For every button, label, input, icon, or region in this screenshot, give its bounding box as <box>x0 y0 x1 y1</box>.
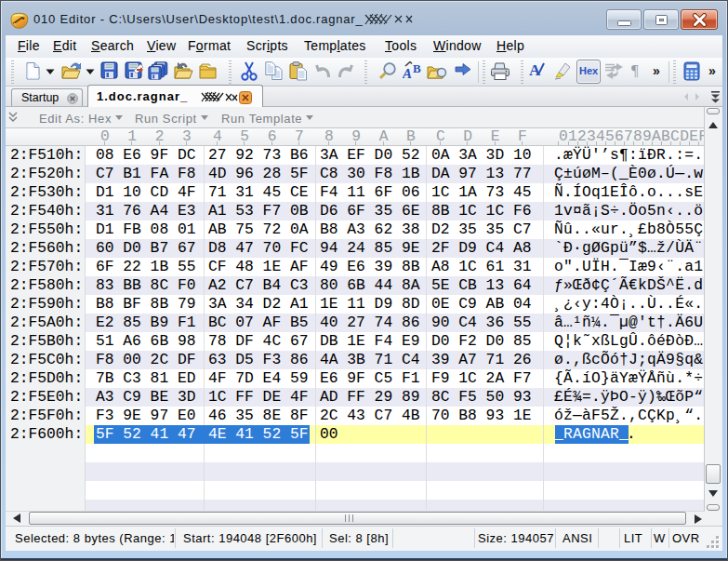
svg-text:A: A <box>529 61 541 79</box>
svg-text:B: B <box>413 61 421 75</box>
svg-text:¶: ¶ <box>631 61 639 79</box>
svg-text:A: A <box>403 66 412 81</box>
